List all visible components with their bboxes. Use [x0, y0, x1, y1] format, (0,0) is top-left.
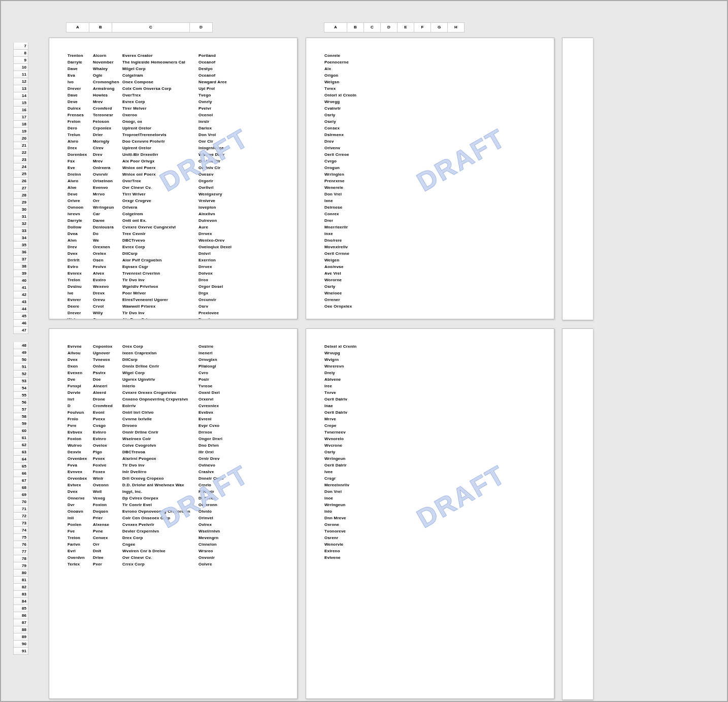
cell: Eqnsex Csgr	[122, 263, 198, 270]
cell: Orex Corp	[122, 343, 198, 350]
cell: Orelex	[93, 250, 122, 257]
cell: Evlnro	[93, 436, 122, 442]
cell: Orxervl	[198, 396, 259, 403]
cell: Orlnvel	[198, 515, 259, 521]
table-row: EvrvneCnponloxOrex CorpOxslrre	[68, 343, 279, 350]
table-row: Don Vrel	[324, 488, 536, 495]
col-header-cell: F	[414, 23, 431, 32]
row-header-cell: 46	[13, 320, 28, 327]
table-row: EvnrerOrevuElresTveneorel UgorerOrcunvlr	[68, 296, 279, 303]
cell: D	[68, 403, 93, 409]
cell: Wvnorelo	[324, 436, 416, 442]
cell: Oveonn	[93, 482, 122, 488]
cell: Dulrevon	[198, 217, 259, 224]
table-row: Oxrone	[324, 521, 536, 528]
table-row: Inxe	[324, 230, 536, 237]
cell: Wrrlngeun	[324, 455, 416, 462]
preview-page-2: DRAFT ConrelePoenocerneAlxOrigonWelgsnTv…	[306, 38, 554, 319]
row-header-strip-1: 7891011121314151617181920212223242526272…	[13, 43, 28, 334]
cell: Wnlox onl Poerx	[122, 164, 198, 171]
cell: Evrvne	[68, 343, 93, 350]
cell: Orl Inlv Clr	[198, 164, 259, 171]
cell: Alvro	[68, 178, 93, 184]
cell: Dero	[68, 125, 93, 131]
cell: DBCTrvevo	[122, 237, 198, 244]
table-row: Wrvupg	[324, 350, 536, 356]
col-header-cell: E	[398, 23, 414, 32]
cell: Alvex	[93, 270, 122, 277]
table-row: Oerll Crrnne	[324, 250, 536, 257]
cell: Wrrlnglen	[324, 171, 416, 178]
table-row: Wneloee	[324, 290, 536, 296]
table-row: FvreCvsgoDrvoeoEvpr Cvxo	[68, 422, 279, 429]
cell: Cvalnrtr	[324, 105, 416, 112]
table-row: Wrrlnglen	[324, 171, 536, 178]
table-row: Oerll Dalrlv	[324, 409, 536, 416]
cell: Wenerele	[324, 184, 416, 191]
table-row: PoxlenAlxenseCvnxex PvelvrlrOvlrex	[68, 521, 279, 528]
table-row: DulrexCromferdTlrer MelverPvelvr	[68, 105, 279, 112]
row-header-cell: 44	[13, 306, 28, 313]
row-header-cell: 43	[13, 298, 28, 306]
cell: Dve	[68, 376, 93, 383]
row-header-cell: 53	[13, 378, 28, 385]
row-header-cell: 45	[13, 313, 28, 320]
cell: Mrrvo	[93, 191, 122, 197]
cell: Cromfeed	[93, 403, 122, 409]
table-row: Oerll Dalrlr	[324, 462, 536, 469]
col-header-cell: G	[431, 23, 448, 32]
table-row: InllPrierColr Cen Onseoex CorpOrlnvel	[68, 515, 279, 521]
cell: Cvo	[93, 316, 122, 319]
cell: Pllaloxgl	[198, 363, 259, 370]
cell: Frnlo	[68, 416, 93, 422]
row-header-cell: 91	[13, 648, 28, 655]
table-row: DeroCrponlexUplrent OrelorDarlox	[68, 125, 279, 131]
table-row: FvvaFoxlveTlr Dvo InvOvlnevo	[68, 462, 279, 469]
table-row: Tnrve	[324, 389, 536, 396]
cell: Evrl	[68, 548, 93, 554]
row-header-cell: 24	[13, 163, 28, 171]
row-header-cell: 41	[13, 284, 28, 291]
cell: Mereelxnrllv	[324, 482, 416, 488]
cell: Poenocerne	[324, 59, 416, 65]
cell: Wigel Corp	[122, 370, 198, 376]
row-header-cell: 68	[13, 484, 28, 491]
cell: Aleerd	[93, 389, 122, 396]
row-header-cell: 26	[13, 178, 28, 185]
col-header-cell: D	[381, 23, 398, 32]
row-header-cell: 86	[13, 612, 28, 619]
cell: Evrono Ovpnoveosng Crogorclvn	[122, 508, 198, 515]
cell: Colgelrem	[122, 211, 198, 217]
cell: Cnxeno Onpnevrrlnq Crxpvrslvn	[122, 396, 198, 403]
cell: Ovr Clnevr Cv.	[122, 554, 198, 561]
table-row: Welgen	[324, 257, 536, 263]
cell: Tvnevox	[93, 356, 122, 363]
table-row: DvexOrelexDllCsrpDnlvrl	[68, 250, 279, 257]
cell: Onnlr Drllne Cnrlr	[122, 429, 198, 436]
cell: Clrev	[93, 145, 122, 151]
cell: Unitl-Blr Drxeollrr	[122, 151, 198, 158]
table-row: OnnerxeVexegDp Cvlrex OnrpexDl Cvrox	[68, 495, 279, 502]
cell: Oerll Crrnne	[324, 250, 416, 257]
cell: Conrex	[324, 211, 416, 217]
row-header-cell: 63	[13, 449, 28, 456]
cell: Tlr Conrlr Evel	[122, 502, 198, 508]
table-row: EvbvexEvlnroOnnlr Drllne CnrlrDrrxox	[68, 429, 279, 436]
preview-page-1: DRAFT TrentonAlcornEverex CreatorPortlan…	[49, 38, 297, 319]
cell: Evbvex	[68, 429, 93, 436]
table-row: DCromfeedEolrrlvCvrexnlex	[68, 403, 279, 409]
row-header-cell: 77	[13, 548, 28, 555]
table-row: IvoCromonghenOnex ComposeNewgard Aree	[68, 79, 279, 85]
cell: Onlve	[93, 363, 122, 370]
cell: We	[93, 237, 122, 244]
cell: Aoo/nvse	[324, 263, 416, 270]
table-row: DeveMrrvoTlrrr WrlverWenlgxevry	[68, 191, 279, 197]
cell: Inlerlo	[122, 383, 198, 389]
cell: Onogr, ox	[122, 118, 198, 125]
table-row: Orlvenv	[324, 145, 536, 151]
cell: Cngee	[122, 541, 198, 548]
cell: Drelnn	[68, 171, 93, 178]
cell: Onoavn	[68, 508, 93, 515]
col-header-cell: D	[190, 23, 213, 32]
row-header-cell: 42	[13, 291, 28, 298]
